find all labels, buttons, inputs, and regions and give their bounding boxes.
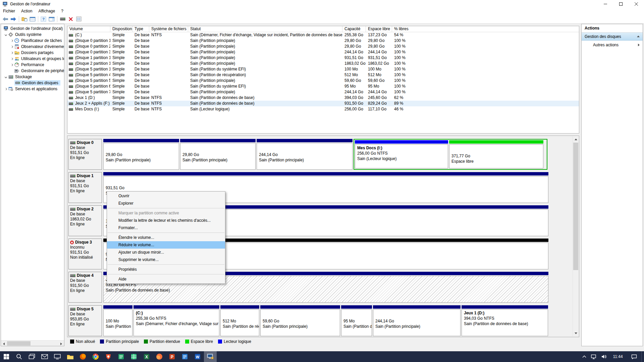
tree-item-performance[interactable]: Performance <box>1 62 64 68</box>
delete-volume-icon[interactable] <box>67 15 75 23</box>
tree-item-gestionnaire-peripheriques[interactable]: Gestionnaire de périphériques <box>1 68 64 74</box>
menu-item-ouvrir[interactable]: Ouvrir <box>107 192 225 200</box>
menu-item-explorer[interactable]: Explorer <box>107 200 225 207</box>
scrollbar-thumb[interactable] <box>573 143 578 270</box>
tree-item-services-applications[interactable]: Services et applications <box>1 86 64 92</box>
window-icon[interactable] <box>29 15 37 23</box>
menu-action[interactable]: Action <box>18 8 35 14</box>
volume-row[interactable]: (Disque 5 partition 7) Simple De base Sa… <box>67 89 579 95</box>
volume-row[interactable]: (Disque 2 partition 1) Simple De base Sa… <box>67 61 579 66</box>
start-button[interactable] <box>0 351 13 362</box>
partition-block-c-drive[interactable]: (C:)255,38 Go NTFSSain (Démarrer, Fichie… <box>133 305 219 336</box>
column-header-capacite[interactable]: Capacité <box>342 26 366 32</box>
tree-horizontal-scrollbar[interactable] <box>1 340 64 346</box>
actions-group-gestion-des-disques[interactable]: Gestion des disques <box>582 33 643 41</box>
actions-item-autres-actions[interactable]: Autres actions <box>582 41 643 49</box>
chevron-up-icon[interactable] <box>580 351 589 362</box>
tv-app-icon[interactable] <box>51 351 64 362</box>
properties-icon[interactable] <box>75 15 83 23</box>
chrome-icon[interactable] <box>89 351 102 362</box>
chevron-down-icon[interactable] <box>4 76 8 78</box>
partition-block[interactable]: 95 MoSain (Partition du système EFI) <box>341 305 372 336</box>
excel-icon[interactable]: X <box>140 351 153 362</box>
partition-block-jeux1[interactable]: Jeux 1 (D:)394,03 Go NTFSSain (Partition… <box>462 305 548 336</box>
menu-item-formater[interactable]: Formater... <box>107 224 225 231</box>
chevron-down-icon[interactable] <box>4 34 8 36</box>
partition-block[interactable]: 59,60 GoSain (Partition principale) <box>260 305 340 336</box>
menu-item-reduire-volume[interactable]: Réduire le volume... <box>107 241 225 249</box>
chevron-right-icon[interactable] <box>4 88 8 90</box>
tree-item-utilisateurs[interactable]: Utilisateurs et groupes locaux <box>1 56 64 62</box>
disk-label[interactable]: Disque 4 De base931,50 GoEn ligne <box>68 272 102 303</box>
chevron-right-icon[interactable] <box>10 46 14 48</box>
spreadsheet-app-icon[interactable] <box>127 351 140 362</box>
search-icon[interactable] <box>13 351 25 362</box>
column-header-volume[interactable]: Volume <box>67 26 110 32</box>
disk-management-taskbar-icon[interactable] <box>204 351 217 362</box>
scroll-up-icon[interactable] <box>573 137 579 142</box>
column-header-pct-libres[interactable]: % libres <box>392 26 579 32</box>
volume-row[interactable]: (Disque 5 partition 5) Simple De base Sa… <box>67 78 579 84</box>
minimize-button[interactable] <box>598 0 613 8</box>
document-app-icon[interactable] <box>178 351 191 362</box>
volume-row[interactable]: (Disque 1 partition 1) Simple De base Sa… <box>67 55 579 61</box>
volume-row[interactable]: (Disque 0 partition 3) Simple De base Sa… <box>67 49 579 55</box>
chevron-right-icon[interactable] <box>10 58 14 60</box>
chevron-right-icon[interactable] <box>10 40 14 42</box>
volume-row[interactable]: (C:) Simple De base NTFS Sain (Démarrer,… <box>67 32 579 38</box>
tree-item-outils-systeme[interactable]: Outils système <box>1 32 64 38</box>
browser-orange-icon[interactable] <box>153 351 166 362</box>
partition-block[interactable]: 29,80 GoSain (Partition principale) <box>180 139 256 170</box>
column-header-espace-libre[interactable]: Espace libre <box>366 26 392 32</box>
tree-item-observateur[interactable]: Observateur d'événements <box>1 44 64 50</box>
tree-item-dossiers-partages[interactable]: Dossiers partagés <box>1 50 64 56</box>
disk-label[interactable]: Disque 2 De base1863,02 GoEn ligne <box>68 205 102 236</box>
partition-block-mes-docs[interactable]: Mes Docs (I:)256,00 Go NTFSSain (Lecteur… <box>355 140 448 168</box>
volume-row[interactable]: Mes Docs (I:) Simple De base NTFS Sain (… <box>67 106 579 112</box>
volume-row[interactable]: (Disque 5 partition 1) Simple De base Sa… <box>67 66 579 72</box>
menu-item-aide[interactable]: Aide <box>107 275 225 283</box>
clock[interactable]: 11:44 <box>609 351 627 362</box>
console-tree-toggle-icon[interactable] <box>20 15 29 23</box>
disk-label[interactable]: Disque 3 Inconnu931,51 GoNon initialisé <box>68 239 102 269</box>
volume-row[interactable]: Jeux 2 + Applis (F:) Simple De base NTFS… <box>67 101 579 106</box>
partition-block[interactable]: 100 MoSain (Partition du système EFI) <box>103 305 132 336</box>
menu-item-ajouter-miroir[interactable]: Ajouter un disque miroir... <box>107 249 225 256</box>
column-header-fs[interactable]: Système de fichiers <box>149 26 188 32</box>
menu-fichier[interactable]: Fichier <box>0 8 18 14</box>
chevron-right-icon[interactable] <box>10 64 14 66</box>
partition-block[interactable]: 244,14 GoSain (Partition principale) <box>257 139 353 170</box>
volume-row[interactable]: (Disque 5 partition 4) Simple De base Sa… <box>67 72 579 78</box>
close-button[interactable] <box>629 0 644 8</box>
tree-item-planificateur[interactable]: Planificateur de tâches <box>1 38 64 44</box>
column-header-statut[interactable]: Statut <box>188 26 342 32</box>
volume-row[interactable]: Jeux 1 (D:) Simple De base NTFS Sain (Pa… <box>67 95 579 101</box>
chevron-right-icon[interactable] <box>10 52 14 54</box>
file-explorer-icon[interactable] <box>64 351 76 362</box>
maximize-button[interactable] <box>613 0 629 8</box>
task-view-icon[interactable] <box>25 351 38 362</box>
disk-label[interactable]: Disque 0 De base931,51 GoEn ligne <box>68 139 102 170</box>
menu-item-supprimer-volume[interactable]: Supprimer le volume... <box>107 256 225 263</box>
powerpoint-icon[interactable]: P <box>166 351 178 362</box>
volume-row[interactable]: (Disque 0 partition 1) Simple De base Sa… <box>67 38 579 44</box>
tree-item-gestion-des-disques[interactable]: Gestion des disques <box>1 80 64 86</box>
firefox-icon[interactable] <box>76 351 89 362</box>
back-icon[interactable] <box>1 15 9 23</box>
scroll-left-icon[interactable] <box>1 341 7 346</box>
tree-item-root[interactable]: Gestion de l'ordinateur (local) <box>1 25 64 32</box>
word-icon[interactable]: W <box>191 351 204 362</box>
partition-block[interactable]: 29,80 GoSain (Partition principale) <box>103 139 179 170</box>
tree-item-stockage[interactable]: Stockage <box>1 74 64 80</box>
volume-icon[interactable] <box>599 351 609 362</box>
action-pane-toggle-icon[interactable] <box>48 15 56 23</box>
show-desktop-button[interactable] <box>641 351 644 362</box>
drive-tool-icon[interactable] <box>59 15 67 23</box>
mail-app-icon[interactable] <box>38 351 51 362</box>
menu-affichage[interactable]: Affichage <box>35 8 58 14</box>
scrollbar-thumb[interactable] <box>7 341 31 346</box>
forward-icon[interactable] <box>9 15 17 23</box>
scroll-right-icon[interactable] <box>58 341 64 346</box>
network-icon[interactable] <box>589 351 599 362</box>
disk-label[interactable]: Disque 1 De base931,51 GoEn ligne <box>68 172 102 203</box>
